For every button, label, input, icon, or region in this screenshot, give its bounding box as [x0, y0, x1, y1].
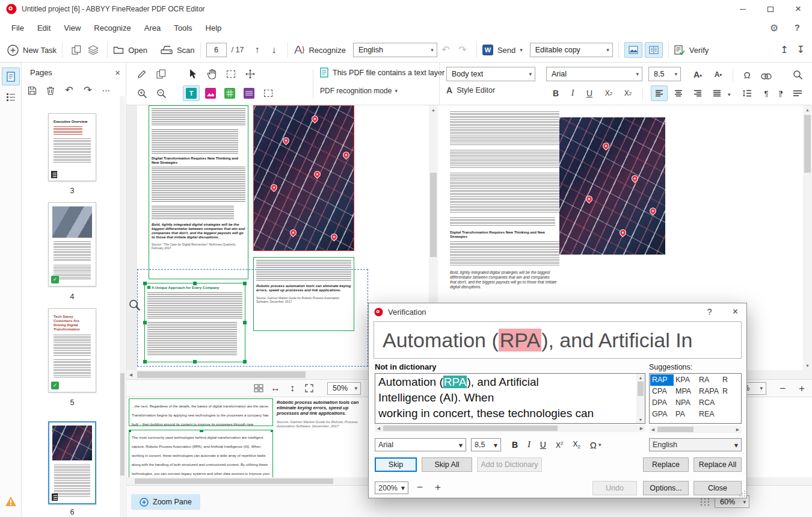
replace-button[interactable]: Replace: [643, 457, 689, 472]
decrease-font-icon[interactable]: A▾: [710, 67, 727, 82]
suggestion-item[interactable]: R: [721, 386, 742, 397]
select-tool-icon[interactable]: [184, 66, 201, 82]
italic-button[interactable]: I: [564, 85, 581, 101]
suggestion-item[interactable]: RCA: [697, 397, 721, 409]
editor-vscrollbar[interactable]: ▲ ▼: [636, 374, 645, 423]
pages-panel-close-icon[interactable]: ×: [115, 67, 120, 78]
suggestion-item[interactable]: MPA: [674, 386, 697, 397]
special-character-icon[interactable]: Ω: [739, 67, 755, 82]
list-view-toggle[interactable]: [2, 88, 20, 106]
align-left-button[interactable]: [651, 85, 668, 101]
image-view-toggle[interactable]: [624, 42, 642, 58]
open-button[interactable]: Open: [113, 45, 147, 55]
text-area-region[interactable]: Robotic process automation tools can eli…: [253, 257, 354, 331]
suggestion-item[interactable]: REA: [697, 409, 721, 420]
zoom-pane-button[interactable]: Zoom Pane: [131, 494, 200, 510]
subscript-button[interactable]: X2: [620, 85, 636, 101]
save-pages-icon[interactable]: [25, 82, 38, 98]
options-button[interactable]: Options...: [643, 481, 689, 495]
area-resize-handle[interactable]: [243, 321, 247, 324]
suggestion-item[interactable]: DPA: [650, 397, 674, 409]
next-page-button[interactable]: ↓: [265, 42, 282, 58]
fit-width-icon[interactable]: ↔: [267, 380, 284, 396]
font-size-select[interactable]: 8,5▾: [648, 67, 681, 81]
verification-dialog[interactable]: Verification ? × Automation (RPA), and A…: [368, 303, 747, 498]
justify-button[interactable]: [709, 85, 725, 101]
bold-button[interactable]: B: [547, 85, 564, 101]
undo-button[interactable]: ↶: [437, 42, 454, 58]
redo-button[interactable]: ↷: [454, 42, 471, 58]
text-pane-vscrollbar[interactable]: ▲ ▼: [803, 105, 812, 370]
page-thumbnail-5[interactable]: Tech Savvy Customers Are Driving Digital…: [48, 308, 96, 392]
redo-page-icon[interactable]: ↷: [81, 82, 94, 98]
suggestion-item[interactable]: CPA: [650, 386, 674, 397]
page-thumbnail-3[interactable]: Executive Overview: [48, 113, 96, 181]
zoom-out-tool-icon[interactable]: [153, 85, 170, 101]
style-editor-button[interactable]: A Style Editor: [446, 85, 495, 95]
formatting-settings-icon[interactable]: [789, 85, 806, 101]
suggestion-item[interactable]: R: [721, 374, 742, 386]
dialog-special-char-button[interactable]: Ω▾: [590, 440, 601, 450]
add-to-dictionary-button[interactable]: Add to Dictionary: [477, 457, 542, 472]
suggestion-item[interactable]: KPA: [674, 374, 697, 386]
move-resize-tool-icon[interactable]: [242, 66, 259, 82]
menu-area[interactable]: Area: [138, 23, 167, 33]
edit-image-icon[interactable]: [134, 66, 150, 82]
dialog-font-select[interactable]: Arial▾: [375, 438, 466, 451]
minimize-button[interactable]: [729, 0, 757, 18]
picture-area-tool[interactable]: [202, 85, 219, 101]
dialog-superscript-button[interactable]: X2: [556, 441, 563, 450]
copy-page-icon[interactable]: [153, 66, 170, 82]
dialog-italic-button[interactable]: I: [527, 440, 531, 450]
suggestion-item[interactable]: RAP: [650, 374, 674, 386]
zoom-in-icon[interactable]: +: [799, 383, 805, 394]
suggestion-item[interactable]: NPA: [674, 397, 697, 409]
new-task-button[interactable]: New Task: [7, 45, 57, 56]
more-options-icon[interactable]: ⋯: [100, 82, 113, 98]
suggestion-item[interactable]: RAPA: [697, 386, 721, 397]
align-right-button[interactable]: [689, 85, 706, 101]
editor-hscrollbar[interactable]: ◀ ▶: [375, 424, 645, 432]
background-picture-area-tool[interactable]: [241, 85, 257, 101]
menu-file[interactable]: File: [5, 23, 31, 33]
fit-page-icon[interactable]: [301, 380, 318, 396]
align-center-button[interactable]: [670, 85, 687, 101]
dialog-zoom-out-icon[interactable]: −: [417, 481, 423, 494]
replace-all-button[interactable]: Replace All: [694, 457, 742, 472]
area-resize-handle[interactable]: [243, 282, 247, 285]
dialog-zoom-select[interactable]: 200%▾: [375, 481, 408, 494]
zoom-out-icon[interactable]: −: [780, 383, 786, 394]
line-spacing-button[interactable]: [739, 85, 755, 101]
table-area-tool[interactable]: [221, 85, 238, 101]
menu-tools[interactable]: Tools: [167, 23, 198, 33]
menu-recognize[interactable]: Recognize: [87, 23, 137, 33]
help-icon[interactable]: ?: [795, 22, 800, 33]
hyperlink-icon[interactable]: [758, 69, 775, 84]
search-icon[interactable]: [789, 67, 806, 82]
hand-tool-icon[interactable]: [203, 66, 220, 82]
feedback-warning-icon[interactable]: [5, 496, 17, 507]
skip-all-button[interactable]: Skip All: [422, 457, 472, 472]
suggestion-item[interactable]: GPA: [650, 409, 674, 420]
undo-page-icon[interactable]: ↶: [63, 82, 76, 98]
page-number-input[interactable]: 6: [206, 43, 227, 57]
menu-help[interactable]: Help: [199, 23, 229, 33]
delete-page-icon[interactable]: [44, 82, 57, 98]
text-area-region[interactable]: Digital Transformation Requires New Thin…: [149, 105, 248, 279]
suggestions-hscrollbar[interactable]: ◀ ▶: [649, 426, 742, 433]
dialog-bold-button[interactable]: B: [512, 440, 518, 450]
suggestion-item[interactable]: RA: [697, 374, 721, 386]
collapse-up-icon[interactable]: ↥: [780, 45, 788, 55]
area-resize-handle[interactable]: [193, 282, 197, 285]
dialog-font-size-select[interactable]: 8,5▾: [471, 438, 501, 451]
page-layout-icon[interactable]: [250, 380, 267, 396]
share-pages-icon[interactable]: [68, 42, 85, 58]
suggestions-list[interactable]: RAP CPA DPA GPA KPA MPA NPA PA RA RAPA R…: [649, 373, 742, 424]
dialog-underline-button[interactable]: U: [540, 440, 546, 450]
fit-height-icon[interactable]: ↕: [284, 380, 301, 396]
superscript-button[interactable]: X2: [600, 85, 617, 101]
selected-text-area-region[interactable]: A Unique Approach for Every Company: [144, 283, 245, 362]
close-button[interactable]: ×: [784, 0, 812, 18]
recognize-button[interactable]: Recognize: [294, 45, 345, 55]
pages-scrollbar[interactable]: [120, 96, 125, 517]
